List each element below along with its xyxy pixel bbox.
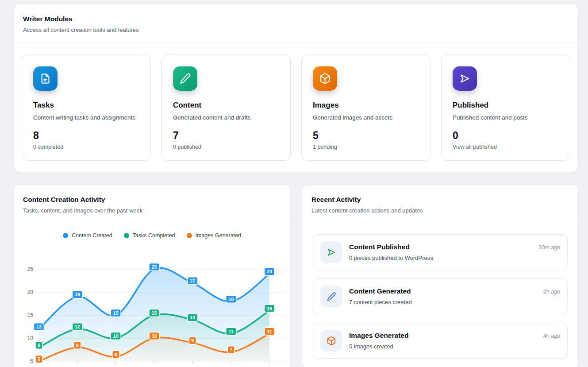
svg-text:11: 11 (267, 329, 272, 334)
chart-area: 510152025MonTueWedThuFriSatSun1219152522… (14, 240, 290, 367)
activity-item-content-generated[interactable]: Content Generated 2h ago 7 content piece… (313, 278, 568, 314)
send-icon (327, 247, 336, 257)
writer-modules-header: Writer Modules Access all content creati… (14, 4, 578, 42)
tasks-tile (33, 66, 58, 91)
svg-text:19: 19 (75, 292, 80, 297)
chart-subtitle: Tasks, content, and images over the past… (23, 207, 281, 214)
module-count: 0 (453, 130, 559, 142)
activity-icon-tile (320, 330, 342, 352)
module-caption: 1 pending (313, 144, 419, 150)
bottom-row: Content Creation Activity Tasks, content… (13, 184, 579, 367)
module-count: 8 (33, 130, 139, 142)
activity-icon-tile (320, 286, 342, 307)
svg-text:16: 16 (267, 306, 272, 311)
module-count: 7 (173, 130, 279, 142)
svg-text:9: 9 (191, 338, 194, 343)
svg-text:24: 24 (267, 269, 273, 274)
activity-item-description: 0 pieces published to WordPress (349, 255, 560, 261)
page-title: Writer Modules (23, 15, 569, 23)
svg-text:11: 11 (228, 329, 234, 334)
cube-icon (319, 73, 331, 85)
activity-item-description: 5 images created (349, 343, 560, 350)
chart-title: Content Creation Activity (23, 196, 281, 204)
recent-subtitle: Latest content creation actions and upda… (311, 207, 569, 214)
legend-item-images-generated[interactable]: Images Generated (187, 232, 242, 239)
module-card-published[interactable]: Published Published content and posts 0 … (441, 54, 570, 161)
svg-text:18: 18 (228, 297, 234, 302)
legend-dot-icon (187, 233, 192, 238)
module-caption: 0 completed (33, 144, 139, 150)
svg-text:8: 8 (38, 343, 40, 348)
content-tile (173, 66, 197, 91)
svg-text:14: 14 (190, 315, 196, 320)
page-subtitle: Access all content creation tools and fe… (23, 27, 569, 33)
file-icon (39, 73, 51, 85)
svg-text:8: 8 (76, 343, 79, 348)
svg-text:10: 10 (151, 333, 157, 339)
activity-item-title: Images Generated (349, 332, 408, 340)
svg-text:15: 15 (151, 310, 157, 316)
module-title: Published (453, 101, 559, 110)
activity-icon-tile (320, 241, 342, 263)
legend-item-tasks-completed[interactable]: Tasks Completed (124, 232, 175, 239)
module-title: Content (173, 101, 279, 110)
svg-text:12: 12 (75, 324, 80, 329)
activity-item-title: Content Generated (349, 287, 411, 295)
svg-text:5: 5 (30, 358, 33, 364)
svg-text:7: 7 (230, 347, 232, 352)
pencil-icon (327, 292, 336, 301)
legend-dot-icon (63, 233, 68, 238)
svg-text:5: 5 (38, 356, 40, 362)
svg-text:6: 6 (115, 352, 117, 357)
activity-item-description: 7 content pieces created (349, 299, 560, 305)
module-caption: 0 published (173, 144, 279, 150)
chart-header: Content Creation Activity Tasks, content… (14, 185, 290, 223)
module-description: Content writing tasks and assignments (33, 114, 139, 121)
svg-text:15: 15 (113, 310, 119, 316)
module-card-content[interactable]: Content Generated content and drafts 7 0… (161, 54, 291, 161)
module-description: Published content and posts (453, 114, 559, 121)
module-description: Generated content and drafts (173, 114, 279, 121)
svg-text:12: 12 (36, 324, 42, 329)
activity-item-time: 4h ago (543, 333, 560, 339)
module-card-tasks[interactable]: Tasks Content writing tasks and assignme… (22, 54, 151, 161)
module-card-images[interactable]: Images Generated images and assets 5 1 p… (301, 54, 430, 161)
activity-item-title: Content Published (349, 243, 410, 251)
module-description: Generated images and assets (313, 114, 419, 121)
module-count: 5 (313, 130, 419, 142)
legend-label: Content Created (72, 232, 112, 239)
svg-text:25: 25 (27, 266, 34, 272)
send-icon (459, 73, 471, 85)
recent-header: Recent Activity Latest content creation … (302, 185, 578, 223)
legend-dot-icon (124, 233, 129, 238)
activity-list: Content Published 30m ago 0 pieces publi… (302, 223, 578, 367)
dashboard: { "header": { "title": "Writer Modules",… (0, 0, 588, 367)
svg-text:15: 15 (27, 312, 34, 318)
content-activity-card: Content Creation Activity Tasks, content… (13, 184, 291, 367)
activity-item-content-published[interactable]: Content Published 30m ago 0 pieces publi… (313, 234, 568, 270)
module-title: Images (313, 101, 419, 110)
pencil-icon (179, 73, 191, 85)
cube-icon (327, 336, 336, 346)
activity-item-body: Content Generated 2h ago 7 content piece… (349, 287, 560, 305)
activity-item-body: Images Generated 4h ago 5 images created (349, 332, 560, 350)
published-tile (453, 66, 477, 91)
module-caption: View all published (453, 144, 559, 150)
legend-label: Images Generated (196, 232, 242, 239)
chart-divider (14, 223, 290, 223)
activity-line-chart: 510152025MonTueWedThuFriSatSun1219152522… (14, 240, 291, 367)
legend-item-content-created[interactable]: Content Created (63, 232, 112, 239)
recent-activity-card: Recent Activity Latest content creation … (302, 184, 579, 367)
chart-legend: Content Created Tasks Completed Images G… (14, 232, 290, 239)
legend-label: Tasks Completed (133, 232, 175, 239)
activity-item-images-generated[interactable]: Images Generated 4h ago 5 images created (313, 323, 568, 359)
recent-title: Recent Activity (311, 196, 569, 204)
svg-text:20: 20 (27, 289, 34, 295)
activity-item-body: Content Published 30m ago 0 pieces publi… (349, 243, 560, 261)
writer-modules-card: Writer Modules Access all content creati… (13, 4, 579, 172)
activity-item-time: 30m ago (538, 244, 560, 251)
svg-text:10: 10 (113, 333, 119, 339)
module-title: Tasks (33, 101, 139, 110)
modules-grid: Tasks Content writing tasks and assignme… (14, 42, 578, 172)
images-tile (313, 66, 337, 91)
